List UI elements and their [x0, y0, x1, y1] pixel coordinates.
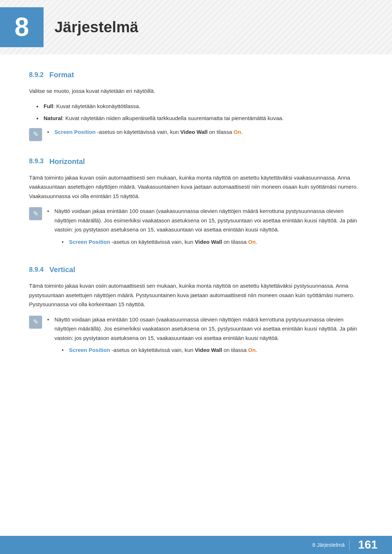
note-content: Näyttö voidaan jakaa enintään 100 osaan …: [47, 206, 363, 249]
on-label: On: [248, 239, 256, 245]
note-text-1: -asetus on käytettävissä vain, kun: [95, 129, 180, 135]
section-894-heading: 8.9.4 Vertical: [29, 264, 363, 275]
section-892-note: Screen Position -asetus on käytettävissä…: [29, 127, 363, 141]
chapter-number: 8: [0, 7, 44, 47]
video-wall-label: Video Wall: [195, 347, 222, 353]
note-bullet-list: Näyttö voidaan jakaa enintään 100 osaan …: [47, 206, 363, 246]
note-content: Näyttö voidaan jakaa enintään 100 osaan …: [47, 315, 363, 358]
chapter-header: 8 Järjestelmä: [0, 0, 392, 54]
note-icon: [29, 316, 42, 329]
list-item: Screen Position -asetus on käytettävissä…: [62, 345, 363, 355]
nested-text-2: on tilassa: [222, 239, 248, 245]
section-892-title: Format: [49, 69, 74, 81]
screen-position-label: Screen Position: [69, 347, 110, 353]
full-label: Full: [44, 103, 53, 109]
full-text: : Kuvat näytetään kokonäyttötilassa.: [53, 103, 140, 109]
note-894-text: Näyttö voidaan jakaa enintään 100 osaan …: [54, 316, 357, 341]
video-wall-label: Video Wall: [195, 239, 222, 245]
screen-position-label: Screen Position: [69, 239, 110, 245]
note-period: .: [241, 129, 242, 135]
section-893-heading: 8.9.3 Horizontal: [29, 156, 363, 167]
page-wrapper: 8 Järjestelmä 8.9.2 Format Valitse se mu…: [0, 0, 392, 554]
section-892-bullet-list: Full: Kuvat näytetään kokonäyttötilassa.…: [36, 102, 363, 123]
page-footer: 8 Järjestelmä 161: [0, 536, 392, 554]
note-icon: [29, 207, 42, 220]
section-892-heading: 8.9.2 Format: [29, 69, 363, 81]
section-892-number: 8.9.2: [29, 70, 44, 80]
section-893-title: Horizontal: [49, 156, 85, 167]
section-894-title: Vertical: [49, 264, 75, 275]
note-bullet-list: Näyttö voidaan jakaa enintään 100 osaan …: [47, 315, 363, 355]
section-894-intro: Tämä toiminto jakaa kuvan osiin automaat…: [29, 281, 363, 309]
list-item: Näyttö voidaan jakaa enintään 100 osaan …: [47, 206, 363, 246]
nested-894-text-2: on tilassa: [222, 347, 248, 353]
footer-label: 8 Järjestelmä: [312, 541, 344, 549]
section-893-number: 8.9.3: [29, 156, 44, 167]
section-893-note: Näyttö voidaan jakaa enintään 100 osaan …: [29, 206, 363, 249]
list-item: Screen Position -asetus on käytettävissä…: [62, 237, 363, 247]
list-item: Natural: Kuvat näytetään niiden alkuperä…: [36, 114, 363, 123]
nested-text-1: -asetus on käytettävissä vain, kun: [110, 239, 195, 245]
note-893-text: Näyttö voidaan jakaa enintään 100 osaan …: [54, 208, 357, 233]
note-text-2: on tilassa: [208, 129, 234, 135]
section-894-note: Näyttö voidaan jakaa enintään 100 osaan …: [29, 315, 363, 358]
footer-divider: [349, 540, 350, 550]
natural-text: : Kuvat näytetään niiden alkuperäisellä …: [62, 115, 284, 121]
footer-page-number: 161: [358, 535, 377, 554]
screen-position-label: Screen Position: [54, 129, 95, 135]
section-894-number: 8.9.4: [29, 264, 44, 275]
list-item: Screen Position -asetus on käytettävissä…: [47, 127, 363, 137]
nested-bullet-list: Screen Position -asetus on käytettävissä…: [62, 345, 363, 355]
note-content: Screen Position -asetus on käytettävissä…: [47, 127, 363, 140]
content-area: 8.9.2 Format Valitse se muoto, jossa kuv…: [0, 69, 392, 358]
nested-bullet-list: Screen Position -asetus on käytettävissä…: [62, 237, 363, 247]
on-label: On: [234, 129, 241, 135]
video-wall-label: Video Wall: [180, 129, 208, 135]
note-bullet-list: Screen Position -asetus on käytettävissä…: [47, 127, 363, 137]
section-892-intro: Valitse se muoto, jossa kuvat näytetään …: [29, 86, 363, 96]
list-item: Näyttö voidaan jakaa enintään 100 osaan …: [47, 315, 363, 355]
chapter-title: Järjestelmä: [54, 15, 138, 39]
nested-period: .: [256, 239, 257, 245]
natural-label: Natural: [44, 115, 62, 121]
nested-894-text-1: -asetus on käytettävissä vain, kun: [110, 347, 195, 353]
nested-894-period: .: [256, 347, 257, 353]
note-icon: [29, 128, 42, 141]
section-893-intro: Tämä toiminto jakaa kuvan osiin automaat…: [29, 173, 363, 201]
list-item: Full: Kuvat näytetään kokonäyttötilassa.: [36, 102, 363, 111]
on-label: On: [248, 347, 256, 353]
